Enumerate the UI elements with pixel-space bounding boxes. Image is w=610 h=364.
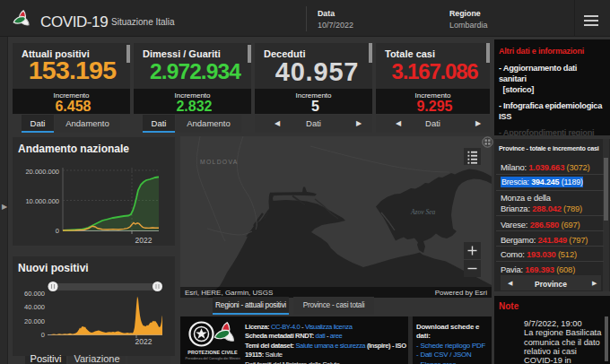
svg-text:MOLDOVA: MOLDOVA	[200, 159, 239, 165]
svg-text:Esri, HERE, Garmin, USGS: Esri, HERE, Garmin, USGS	[185, 289, 273, 297]
svg-text:Azov Sea: Azov Sea	[410, 208, 436, 216]
svg-text:Powered by Esri: Powered by Esri	[435, 289, 487, 297]
